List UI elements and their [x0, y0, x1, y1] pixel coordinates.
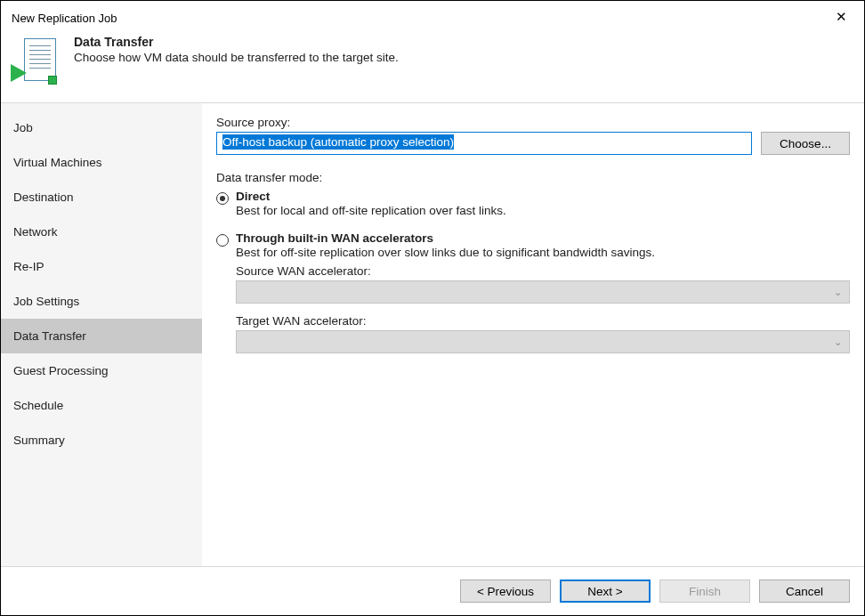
wizard-steps-sidebar: Job Virtual Machines Destination Network…	[1, 103, 202, 566]
sidebar-item-summary[interactable]: Summary	[1, 423, 202, 458]
finish-button: Finish	[659, 580, 750, 603]
source-proxy-input[interactable]: Off-host backup (automatic proxy selecti…	[216, 132, 752, 155]
radio-icon	[216, 234, 229, 247]
sidebar-item-guest-processing[interactable]: Guest Processing	[1, 353, 202, 388]
source-wan-combo[interactable]: ⌄	[236, 280, 850, 304]
content-panel: Source proxy: Off-host backup (automatic…	[202, 103, 864, 566]
sidebar-item-virtual-machines[interactable]: Virtual Machines	[1, 145, 202, 180]
sidebar-item-network[interactable]: Network	[1, 215, 202, 249]
sidebar-item-label: Summary	[13, 434, 65, 447]
sidebar-item-destination[interactable]: Destination	[1, 180, 202, 215]
sidebar-item-label: Job	[13, 121, 33, 134]
sidebar-item-job-settings[interactable]: Job Settings	[1, 284, 202, 319]
radio-direct[interactable]: Direct Best for local and off-site repli…	[216, 190, 850, 217]
sidebar-item-label: Destination	[13, 190, 74, 204]
direct-desc: Best for local and off-site replication …	[236, 204, 506, 217]
source-proxy-value: Off-host backup (automatic proxy selecti…	[222, 134, 454, 150]
chevron-down-icon: ⌄	[834, 336, 842, 348]
data-transfer-icon	[13, 38, 56, 86]
choose-button[interactable]: Choose...	[761, 132, 850, 155]
target-wan-label: Target WAN accelerator:	[236, 314, 850, 328]
sidebar-item-label: Re-IP	[13, 260, 44, 273]
radio-wan[interactable]: Through built-in WAN accelerators Best f…	[216, 231, 850, 259]
sidebar-item-job[interactable]: Job	[1, 110, 202, 145]
radio-icon	[216, 192, 229, 205]
sidebar-item-label: Guest Processing	[13, 364, 109, 377]
wan-title: Through built-in WAN accelerators	[236, 231, 655, 245]
target-wan-combo[interactable]: ⌄	[236, 330, 850, 353]
direct-title: Direct	[236, 190, 506, 203]
cancel-button[interactable]: Cancel	[759, 580, 850, 603]
sidebar-item-label: Job Settings	[13, 295, 79, 308]
sidebar-item-label: Data Transfer	[13, 329, 86, 343]
sidebar-item-label: Network	[13, 225, 58, 239]
page-subtitle: Choose how VM data should be transferred…	[74, 51, 399, 64]
wizard-header: Data Transfer Choose how VM data should …	[1, 33, 864, 102]
sidebar-item-re-ip[interactable]: Re-IP	[1, 249, 202, 284]
source-proxy-label: Source proxy:	[216, 116, 850, 129]
close-icon[interactable]: ✕	[827, 8, 855, 28]
previous-button[interactable]: < Previous	[460, 580, 551, 603]
wan-desc: Best for off-site replication over slow …	[236, 246, 655, 259]
sidebar-item-label: Virtual Machines	[13, 156, 102, 169]
sidebar-item-data-transfer[interactable]: Data Transfer	[1, 319, 202, 353]
window-title: New Replication Job	[12, 12, 117, 25]
sidebar-item-label: Schedule	[13, 399, 63, 412]
next-button[interactable]: Next >	[560, 580, 651, 603]
footer: < Previous Next > Finish Cancel	[1, 566, 864, 615]
transfer-mode-group: Direct Best for local and off-site repli…	[216, 190, 850, 353]
source-wan-label: Source WAN accelerator:	[236, 264, 850, 278]
page-title: Data Transfer	[74, 35, 399, 49]
mode-label: Data transfer mode:	[216, 171, 850, 184]
chevron-down-icon: ⌄	[834, 287, 842, 298]
sidebar-item-schedule[interactable]: Schedule	[1, 388, 202, 423]
titlebar: New Replication Job ✕	[1, 1, 864, 33]
main-area: Job Virtual Machines Destination Network…	[1, 103, 864, 566]
